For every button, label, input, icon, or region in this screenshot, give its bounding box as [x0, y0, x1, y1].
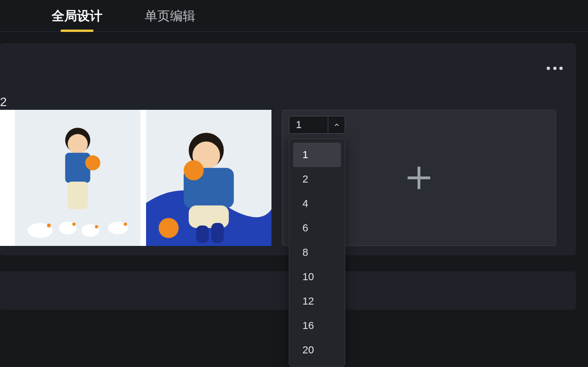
select-option[interactable]: 8 — [293, 240, 341, 265]
tab-label: 单页编辑 — [145, 8, 195, 24]
svg-point-12 — [95, 225, 98, 229]
select-option[interactable]: 6 — [293, 216, 341, 240]
spread-preview[interactable] — [0, 110, 271, 246]
spread-section: 2 — [0, 43, 576, 255]
page-number-label: 2 — [0, 95, 7, 109]
select-value: 1 — [289, 119, 328, 131]
svg-rect-22 — [196, 225, 209, 243]
svg-rect-18 — [189, 206, 229, 228]
photo-thumbnail — [146, 110, 271, 246]
select-menu: 1 2 4 6 8 10 12 16 20 — [289, 138, 345, 367]
select-option[interactable]: 2 — [293, 167, 341, 191]
select-trigger[interactable]: 1 — [289, 116, 345, 134]
svg-rect-3 — [65, 153, 90, 183]
select-option[interactable]: 12 — [293, 289, 341, 313]
tab-bar: 全局设计 单页编辑 — [0, 0, 588, 32]
svg-point-5 — [85, 155, 101, 170]
svg-point-11 — [72, 222, 76, 226]
svg-point-10 — [47, 223, 51, 227]
add-spread-tile[interactable]: 1 1 2 4 6 8 10 12 16 20 — [282, 110, 556, 246]
svg-rect-4 — [68, 182, 88, 209]
page-count-select: 1 1 2 4 6 8 10 12 16 20 — [289, 116, 345, 134]
tab-label: 全局设计 — [52, 8, 102, 24]
select-option[interactable]: 20 — [293, 338, 341, 362]
select-option[interactable]: 4 — [293, 191, 341, 216]
select-option[interactable]: 10 — [293, 265, 341, 289]
select-option[interactable]: 1 — [293, 143, 341, 167]
select-option[interactable]: 16 — [293, 313, 341, 338]
svg-rect-21 — [211, 223, 224, 243]
svg-point-19 — [184, 161, 204, 181]
svg-point-20 — [159, 218, 179, 238]
tab-single-page-edit[interactable]: 单页编辑 — [145, 0, 195, 32]
svg-point-13 — [124, 222, 127, 226]
section-header — [0, 43, 576, 91]
plus-icon — [408, 167, 430, 189]
photo-thumbnail — [15, 110, 140, 246]
spread-row: 1 1 2 4 6 8 10 12 16 20 — [0, 110, 576, 246]
more-options-icon[interactable] — [547, 62, 563, 74]
collapsed-section[interactable] — [0, 271, 576, 310]
tab-global-design[interactable]: 全局设计 — [52, 0, 102, 32]
svg-point-2 — [68, 134, 88, 154]
chevron-up-icon — [328, 116, 345, 133]
